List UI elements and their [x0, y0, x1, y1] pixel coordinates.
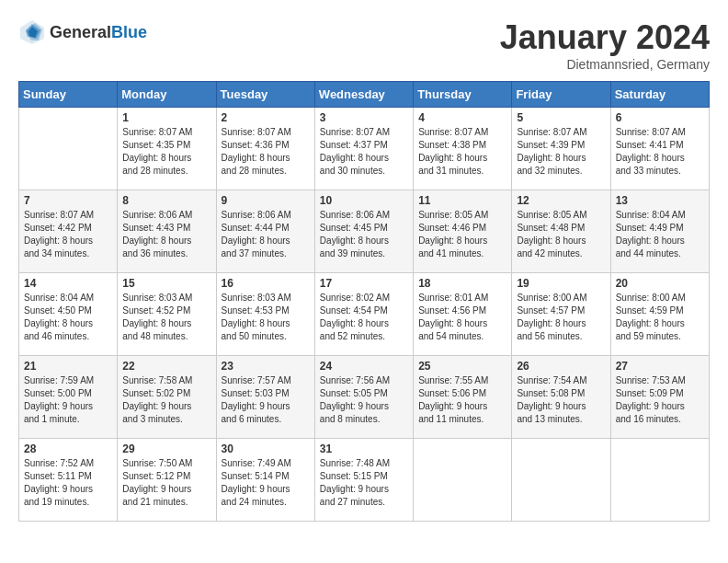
day-number: 31 [320, 442, 408, 455]
day-info: Sunrise: 7:55 AM Sunset: 5:06 PM Dayligh… [418, 374, 506, 426]
day-number: 24 [320, 360, 408, 373]
calendar-week-4: 21Sunrise: 7:59 AM Sunset: 5:00 PM Dayli… [19, 356, 710, 439]
day-info: Sunrise: 8:07 AM Sunset: 4:39 PM Dayligh… [517, 126, 605, 178]
table-row: 17Sunrise: 8:02 AM Sunset: 4:54 PM Dayli… [314, 273, 413, 356]
table-row: 29Sunrise: 7:50 AM Sunset: 5:12 PM Dayli… [118, 439, 216, 522]
day-number: 27 [616, 360, 704, 373]
calendar-week-1: 1Sunrise: 8:07 AM Sunset: 4:35 PM Daylig… [19, 108, 710, 190]
table-row: 10Sunrise: 8:06 AM Sunset: 4:45 PM Dayli… [314, 190, 413, 273]
day-number: 2 [222, 111, 310, 124]
table-row: 6Sunrise: 8:07 AM Sunset: 4:41 PM Daylig… [610, 108, 709, 190]
day-number: 7 [24, 194, 112, 207]
day-info: Sunrise: 7:53 AM Sunset: 5:09 PM Dayligh… [616, 374, 704, 426]
day-info: Sunrise: 8:03 AM Sunset: 4:52 PM Dayligh… [122, 292, 210, 343]
day-number: 17 [320, 277, 408, 290]
table-row: 5Sunrise: 8:07 AM Sunset: 4:39 PM Daylig… [512, 108, 610, 190]
day-number: 3 [320, 111, 408, 124]
day-info: Sunrise: 7:52 AM Sunset: 5:11 PM Dayligh… [24, 457, 112, 509]
calendar-week-3: 14Sunrise: 8:04 AM Sunset: 4:50 PM Dayli… [19, 273, 710, 356]
day-number: 1 [122, 111, 210, 124]
day-info: Sunrise: 8:05 AM Sunset: 4:48 PM Dayligh… [517, 209, 605, 260]
day-info: Sunrise: 8:07 AM Sunset: 4:35 PM Dayligh… [122, 126, 210, 178]
day-number: 14 [24, 277, 112, 290]
day-number: 10 [320, 194, 408, 207]
day-number: 22 [122, 360, 210, 373]
table-row: 1Sunrise: 8:07 AM Sunset: 4:35 PM Daylig… [118, 108, 216, 190]
day-number: 23 [222, 360, 310, 373]
table-row: 19Sunrise: 8:00 AM Sunset: 4:57 PM Dayli… [512, 273, 610, 356]
calendar-week-5: 28Sunrise: 7:52 AM Sunset: 5:11 PM Dayli… [19, 439, 710, 522]
table-row: 9Sunrise: 8:06 AM Sunset: 4:44 PM Daylig… [216, 190, 314, 273]
day-number: 21 [24, 360, 112, 373]
calendar-table: Sunday Monday Tuesday Wednesday Thursday… [18, 81, 710, 522]
col-tuesday: Tuesday [216, 82, 314, 108]
page-header: GeneralBlue January 2024 Dietmannsried, … [18, 18, 710, 72]
day-info: Sunrise: 8:00 AM Sunset: 4:59 PM Dayligh… [616, 292, 704, 343]
day-info: Sunrise: 7:58 AM Sunset: 5:02 PM Dayligh… [122, 374, 210, 426]
month-title: January 2024 [500, 18, 710, 57]
day-number: 15 [122, 277, 210, 290]
day-number: 6 [616, 111, 704, 124]
table-row: 27Sunrise: 7:53 AM Sunset: 5:09 PM Dayli… [610, 356, 709, 439]
logo-icon [18, 18, 46, 46]
day-info: Sunrise: 8:07 AM Sunset: 4:42 PM Dayligh… [24, 209, 112, 260]
day-info: Sunrise: 8:07 AM Sunset: 4:37 PM Dayligh… [320, 126, 408, 178]
day-info: Sunrise: 8:00 AM Sunset: 4:57 PM Dayligh… [517, 292, 605, 343]
table-row: 13Sunrise: 8:04 AM Sunset: 4:49 PM Dayli… [610, 190, 709, 273]
col-friday: Friday [512, 82, 610, 108]
col-monday: Monday [118, 82, 216, 108]
table-row: 26Sunrise: 7:54 AM Sunset: 5:08 PM Dayli… [512, 356, 610, 439]
day-info: Sunrise: 8:06 AM Sunset: 4:45 PM Dayligh… [320, 209, 408, 260]
table-row: 30Sunrise: 7:49 AM Sunset: 5:14 PM Dayli… [216, 439, 314, 522]
table-row [512, 439, 610, 522]
table-row: 31Sunrise: 7:48 AM Sunset: 5:15 PM Dayli… [314, 439, 413, 522]
day-info: Sunrise: 7:57 AM Sunset: 5:03 PM Dayligh… [222, 374, 310, 426]
logo: GeneralBlue [18, 18, 147, 46]
day-number: 25 [418, 360, 506, 373]
table-row: 18Sunrise: 8:01 AM Sunset: 4:56 PM Dayli… [414, 273, 512, 356]
table-row: 22Sunrise: 7:58 AM Sunset: 5:02 PM Dayli… [118, 356, 216, 439]
day-info: Sunrise: 8:01 AM Sunset: 4:56 PM Dayligh… [418, 292, 506, 343]
day-number: 29 [122, 442, 210, 455]
table-row: 3Sunrise: 8:07 AM Sunset: 4:37 PM Daylig… [314, 108, 413, 190]
table-row: 7Sunrise: 8:07 AM Sunset: 4:42 PM Daylig… [19, 190, 118, 273]
table-row: 28Sunrise: 7:52 AM Sunset: 5:11 PM Dayli… [19, 439, 118, 522]
day-info: Sunrise: 7:56 AM Sunset: 5:05 PM Dayligh… [320, 374, 408, 426]
day-info: Sunrise: 8:06 AM Sunset: 4:44 PM Dayligh… [222, 209, 310, 260]
day-info: Sunrise: 7:48 AM Sunset: 5:15 PM Dayligh… [320, 457, 408, 509]
day-number: 12 [517, 194, 605, 207]
day-info: Sunrise: 8:04 AM Sunset: 4:49 PM Dayligh… [616, 209, 704, 260]
day-number: 9 [222, 194, 310, 207]
table-row: 21Sunrise: 7:59 AM Sunset: 5:00 PM Dayli… [19, 356, 118, 439]
day-number: 28 [24, 442, 112, 455]
day-number: 30 [222, 442, 310, 455]
day-info: Sunrise: 8:07 AM Sunset: 4:36 PM Dayligh… [222, 126, 310, 178]
day-number: 5 [517, 111, 605, 124]
table-row: 14Sunrise: 8:04 AM Sunset: 4:50 PM Dayli… [19, 273, 118, 356]
day-info: Sunrise: 7:54 AM Sunset: 5:08 PM Dayligh… [517, 374, 605, 426]
col-saturday: Saturday [610, 82, 709, 108]
day-info: Sunrise: 8:02 AM Sunset: 4:54 PM Dayligh… [320, 292, 408, 343]
day-info: Sunrise: 8:06 AM Sunset: 4:43 PM Dayligh… [122, 209, 210, 260]
day-info: Sunrise: 7:50 AM Sunset: 5:12 PM Dayligh… [122, 457, 210, 509]
table-row: 20Sunrise: 8:00 AM Sunset: 4:59 PM Dayli… [610, 273, 709, 356]
table-row: 16Sunrise: 8:03 AM Sunset: 4:53 PM Dayli… [216, 273, 314, 356]
day-info: Sunrise: 8:07 AM Sunset: 4:38 PM Dayligh… [418, 126, 506, 178]
day-number: 11 [418, 194, 506, 207]
col-sunday: Sunday [19, 82, 118, 108]
day-info: Sunrise: 8:04 AM Sunset: 4:50 PM Dayligh… [24, 292, 112, 343]
day-number: 16 [222, 277, 310, 290]
table-row: 15Sunrise: 8:03 AM Sunset: 4:52 PM Dayli… [118, 273, 216, 356]
table-row: 11Sunrise: 8:05 AM Sunset: 4:46 PM Dayli… [414, 190, 512, 273]
day-number: 4 [418, 111, 506, 124]
day-info: Sunrise: 7:49 AM Sunset: 5:14 PM Dayligh… [222, 457, 310, 509]
calendar-week-2: 7Sunrise: 8:07 AM Sunset: 4:42 PM Daylig… [19, 190, 710, 273]
table-row: 4Sunrise: 8:07 AM Sunset: 4:38 PM Daylig… [414, 108, 512, 190]
title-block: January 2024 Dietmannsried, Germany [500, 18, 710, 72]
location: Dietmannsried, Germany [500, 57, 710, 72]
day-info: Sunrise: 8:03 AM Sunset: 4:53 PM Dayligh… [222, 292, 310, 343]
table-row [610, 439, 709, 522]
day-number: 13 [616, 194, 704, 207]
day-info: Sunrise: 7:59 AM Sunset: 5:00 PM Dayligh… [24, 374, 112, 426]
table-row [414, 439, 512, 522]
